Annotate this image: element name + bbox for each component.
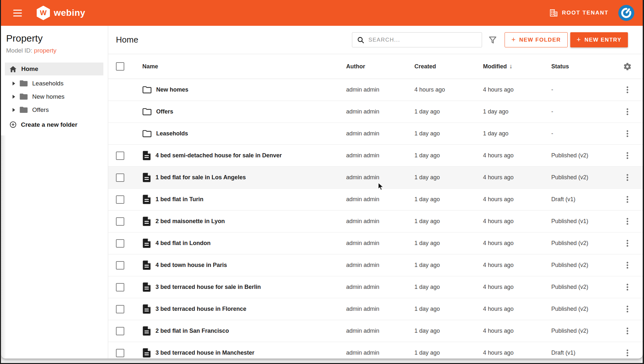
sidebar-folder-label: New homes xyxy=(32,93,64,100)
row-checkbox[interactable] xyxy=(116,349,124,357)
search-input[interactable] xyxy=(368,37,477,43)
document-icon xyxy=(142,194,151,204)
row-checkbox[interactable] xyxy=(116,261,124,270)
row-created: 1 day ago xyxy=(403,152,471,159)
search-box[interactable] xyxy=(352,32,482,47)
row-checkbox[interactable] xyxy=(116,173,124,182)
table-row[interactable]: 2 bed flat in San Francisco admin admin … xyxy=(108,320,643,342)
row-created: 1 day ago xyxy=(403,130,471,137)
table-row[interactable]: Offers admin admin 1 day ago 1 day ago - xyxy=(108,101,643,123)
row-checkbox[interactable] xyxy=(116,217,124,226)
row-checkbox[interactable] xyxy=(116,283,124,291)
row-author: admin admin xyxy=(335,152,403,159)
table-row[interactable]: New homes admin admin 4 hours ago 4 hour… xyxy=(108,79,643,101)
user-avatar[interactable] xyxy=(618,5,634,21)
row-name[interactable]: 2 bed maisonette in Lyon xyxy=(156,218,225,225)
row-checkbox[interactable] xyxy=(116,195,124,204)
sidebar-item-home[interactable]: Home xyxy=(5,63,103,75)
row-modified: 1 day ago xyxy=(471,130,540,137)
kebab-menu-icon[interactable] xyxy=(623,150,631,161)
table-row[interactable]: 1 bed flat for sale in Los Angeles admin… xyxy=(108,167,643,189)
column-header-modified[interactable]: Modified ↓ xyxy=(471,63,540,70)
table-row[interactable]: 1 bed flat in Turin admin admin 1 day ag… xyxy=(108,189,643,211)
sidebar-folder-leaseholds[interactable]: Leaseholds xyxy=(5,77,108,90)
row-name[interactable]: Offers xyxy=(156,108,173,115)
column-header-name[interactable]: Name xyxy=(134,63,335,70)
kebab-menu-icon[interactable] xyxy=(623,282,631,292)
kebab-menu-icon[interactable] xyxy=(623,172,631,183)
row-checkbox[interactable] xyxy=(116,327,124,335)
kebab-menu-icon[interactable] xyxy=(623,260,631,271)
sidebar-folder-offers[interactable]: Offers xyxy=(5,103,108,116)
row-checkbox[interactable] xyxy=(116,239,124,248)
chevron-right-icon[interactable] xyxy=(13,108,15,112)
row-checkbox[interactable] xyxy=(116,305,124,313)
kebab-menu-icon[interactable] xyxy=(623,194,631,205)
row-modified: 4 hours ago xyxy=(471,152,540,159)
select-all-checkbox[interactable] xyxy=(116,62,124,71)
chevron-right-icon[interactable] xyxy=(13,82,15,85)
kebab-menu-icon[interactable] xyxy=(623,216,631,227)
plus-icon: + xyxy=(577,35,581,44)
hamburger-menu-icon[interactable] xyxy=(13,10,22,16)
row-name[interactable]: Leaseholds xyxy=(156,130,188,137)
row-created: 1 day ago xyxy=(403,306,471,312)
row-status-badge: - xyxy=(540,108,620,115)
row-name[interactable]: 4 bed flat in London xyxy=(156,240,211,247)
row-name[interactable]: 4 bed town house in Paris xyxy=(156,262,227,269)
column-header-created[interactable]: Created xyxy=(403,63,471,70)
table-row[interactable]: 3 bed terraced house for sale in Berlin … xyxy=(108,276,643,298)
row-name[interactable]: 3 bed terraced house in Florence xyxy=(156,306,246,312)
kebab-menu-icon[interactable] xyxy=(623,84,631,95)
tenant-selector[interactable]: ROOT TENANT xyxy=(549,9,609,17)
row-status-badge: Draft (v1) xyxy=(540,196,620,203)
document-icon xyxy=(142,326,151,336)
new-folder-button[interactable]: + NEW FOLDER xyxy=(505,32,568,47)
table-row[interactable]: 2 bed maisonette in Lyon admin admin 1 d… xyxy=(108,211,643,232)
row-status-badge: Published (v2) xyxy=(540,152,620,159)
folder-icon xyxy=(142,86,152,94)
row-checkbox[interactable] xyxy=(116,152,124,160)
row-name[interactable]: 3 bed terraced house for sale in Berlin xyxy=(156,284,261,290)
kebab-menu-icon[interactable] xyxy=(623,106,631,117)
row-created: 1 day ago xyxy=(403,328,471,334)
table-body: New homes admin admin 4 hours ago 4 hour… xyxy=(108,79,643,359)
document-icon xyxy=(142,151,151,161)
column-header-author[interactable]: Author xyxy=(335,63,403,70)
kebab-menu-icon[interactable] xyxy=(623,128,631,139)
create-folder-button[interactable]: Create a new folder xyxy=(5,121,108,128)
tenant-label: ROOT TENANT xyxy=(562,10,609,16)
row-name[interactable]: 4 bed semi-detached house for sale in De… xyxy=(156,152,282,159)
row-name[interactable]: 2 bed flat in San Francisco xyxy=(156,328,229,334)
table-settings-gear-icon[interactable] xyxy=(620,62,635,71)
row-name[interactable]: 1 bed flat for sale in Los Angeles xyxy=(156,174,246,181)
kebab-menu-icon[interactable] xyxy=(623,304,631,314)
table-row[interactable]: 4 bed town house in Paris admin admin 1 … xyxy=(108,254,643,276)
row-modified: 4 hours ago xyxy=(471,349,540,356)
table-row[interactable]: 3 bed terraced house in Florence admin a… xyxy=(108,298,643,320)
row-created: 1 day ago xyxy=(403,196,471,203)
table-row[interactable]: Leaseholds admin admin 1 day ago 1 day a… xyxy=(108,123,643,145)
kebab-menu-icon[interactable] xyxy=(623,238,631,249)
kebab-menu-icon[interactable] xyxy=(623,348,631,358)
table-row[interactable]: 4 bed flat in London admin admin 1 day a… xyxy=(108,232,643,254)
table-row[interactable]: 4 bed semi-detached house for sale in De… xyxy=(108,145,643,167)
row-name[interactable]: 1 bed flat in Turin xyxy=(156,196,204,203)
filter-icon[interactable] xyxy=(488,35,497,45)
home-icon xyxy=(9,66,17,73)
webiny-logo[interactable]: W webiny xyxy=(37,6,85,20)
sort-descending-icon[interactable]: ↓ xyxy=(509,63,513,70)
new-entry-button[interactable]: + NEW ENTRY xyxy=(570,32,628,47)
chevron-right-icon[interactable] xyxy=(13,95,15,99)
document-icon xyxy=(142,348,151,358)
row-created: 1 day ago xyxy=(403,174,471,181)
row-name[interactable]: New homes xyxy=(156,86,188,93)
row-author: admin admin xyxy=(335,328,403,334)
row-modified: 4 hours ago xyxy=(471,262,540,269)
row-status-badge: Published (v2) xyxy=(540,262,620,269)
table-row[interactable]: 3 bed terraced house in Manchester admin… xyxy=(108,342,643,359)
row-name[interactable]: 3 bed terraced house in Manchester xyxy=(156,349,254,356)
kebab-menu-icon[interactable] xyxy=(623,326,631,336)
column-header-status[interactable]: Status xyxy=(540,63,620,70)
sidebar-folder-new-homes[interactable]: New homes xyxy=(5,90,108,103)
